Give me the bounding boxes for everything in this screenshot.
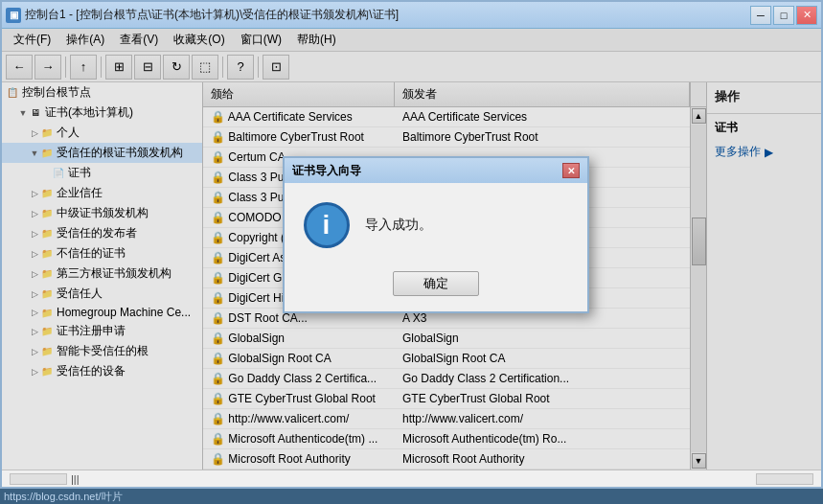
main-window: ▣ 控制台1 - [控制台根节点\证书(本地计算机)\受信任的根证书颁发机构\证… (0, 0, 823, 489)
dialog-content: i 导入成功。 (285, 183, 587, 263)
app-icon: ▣ (6, 8, 21, 23)
bottom-bar: https://blog.csdn.net/叶片 (0, 489, 823, 504)
close-button[interactable]: ✕ (796, 6, 817, 25)
dialog-confirm-button[interactable]: 确定 (393, 271, 479, 296)
dialog-title-bar: 证书导入向导 ✕ (285, 158, 587, 183)
minimize-button[interactable]: ─ (750, 6, 771, 25)
status-text: ||| (6, 473, 817, 485)
title-bar-buttons: ─ □ ✕ (750, 6, 817, 25)
maximize-button[interactable]: □ (773, 6, 794, 25)
title-bar-text: 控制台1 - [控制台根节点\证书(本地计算机)\受信任的根证书颁发机构\证书] (25, 7, 750, 23)
status-bar: ||| (2, 470, 821, 487)
status-scroll-1[interactable] (10, 473, 67, 485)
dialog-overlay: 证书导入向导 ✕ i 导入成功。 确定 (2, 29, 821, 470)
status-scroll-2[interactable] (756, 473, 813, 485)
dialog-info-icon: i (304, 202, 350, 248)
dialog-close-button[interactable]: ✕ (562, 163, 580, 178)
dialog-buttons: 确定 (285, 263, 587, 311)
cert-import-dialog: 证书导入向导 ✕ i 导入成功。 确定 (283, 156, 589, 313)
title-bar: ▣ 控制台1 - [控制台根节点\证书(本地计算机)\受信任的根证书颁发机构\证… (2, 2, 821, 29)
dialog-message: 导入成功。 (365, 217, 432, 234)
